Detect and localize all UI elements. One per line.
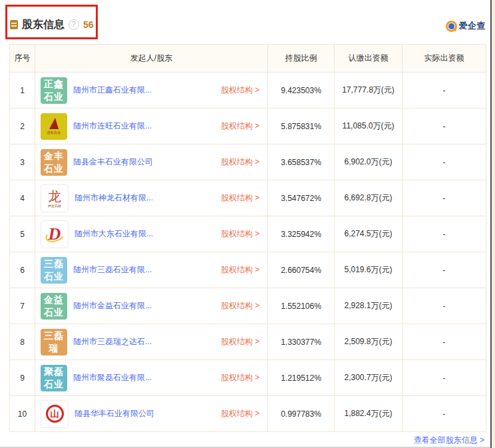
shareholder-wrap: 连旺石业随州市连旺石业有限...股权结构 >	[41, 113, 259, 140]
table-row: 6三磊石业随州市三磊石业有限...股权结构 >2.660754%5,019.6万…	[10, 252, 486, 288]
column-header-no: 序号	[10, 45, 35, 73]
row-number: 8	[10, 324, 35, 360]
column-header-shareholder: 发起人/股东	[35, 45, 268, 73]
avatar-text-line: 石业	[44, 91, 64, 103]
shareholder-name-link[interactable]: 随县金丰石业有限公司	[73, 156, 153, 168]
shareholder-logo: D	[41, 220, 69, 248]
shareholder-name-link[interactable]: 随州市三磊石业有限...	[73, 264, 152, 276]
shareholder-logo: 金益石业	[41, 293, 67, 320]
subscribed-capital: 2,928.1万(元)	[335, 288, 403, 324]
equity-structure-link[interactable]: 股权结构 >	[221, 408, 259, 419]
shareholding-ratio: 1.219512%	[268, 360, 335, 396]
avatar-text-line: 金丰	[44, 150, 64, 162]
aiqicha-logo: 爱企查	[446, 20, 486, 32]
row-number: 5	[10, 216, 35, 252]
shareholding-ratio: 3.547672%	[268, 180, 335, 216]
equity-structure-link[interactable]: 股权结构 >	[221, 300, 259, 312]
shareholder-name-link[interactable]: 随州市聚磊石业有限...	[73, 372, 152, 383]
shareholding-ratio: 1.552106%	[268, 288, 335, 324]
row-number: 3	[10, 144, 35, 180]
shareholder-wrap: 金丰石业随县金丰石业有限公司股权结构 >	[41, 149, 259, 176]
shareholder-logo: 三磊石业	[41, 257, 67, 284]
shareholder-cell: 金丰石业随县金丰石业有限公司股权结构 >	[35, 144, 268, 180]
column-header-ratio: 持股比例	[268, 45, 335, 73]
shareholder-wrap: 聚磊石业随州市聚磊石业有限...股权结构 >	[41, 365, 259, 391]
actual-capital: -	[403, 73, 486, 109]
shareholding-ratio: 9.423503%	[268, 73, 335, 109]
equity-structure-link[interactable]: 股权结构 >	[221, 120, 259, 132]
shareholder-wrap: D随州市大东石业有限...股权结构 >	[41, 220, 259, 248]
window-edge-strip	[490, 0, 495, 448]
avatar-text-line: 石业	[44, 270, 64, 282]
shareholder-cell: D随州市大东石业有限...股权结构 >	[35, 216, 268, 252]
equity-structure-link[interactable]: 股权结构 >	[221, 336, 259, 347]
actual-capital: -	[403, 216, 486, 252]
view-all-shareholders-link[interactable]: 查看全部股东信息 >	[414, 435, 484, 445]
shareholder-name-link[interactable]: 随州市大东石业有限...	[75, 228, 153, 240]
table-row: 3金丰石业随县金丰石业有限公司股权结构 >3.658537%6,902.0万(元…	[10, 144, 486, 180]
row-number: 10	[10, 396, 35, 432]
shareholder-name-link[interactable]: 随州市神龙石材有限...	[75, 192, 153, 204]
column-header-subscribed: 认缴出资额	[335, 45, 403, 73]
shareholder-cell: 金益石业随州市金益石业有限...股权结构 >	[35, 288, 268, 324]
row-number: 7	[10, 288, 35, 324]
table-row: 2连旺石业随州市连旺石业有限...股权结构 >5.875831%11,085.0…	[10, 109, 486, 144]
subscribed-capital: 11,085.0万(元)	[335, 109, 403, 144]
equity-structure-link[interactable]: 股权结构 >	[221, 192, 259, 204]
avatar-text-line: 石业	[44, 306, 64, 318]
shareholder-logo: 三磊瑞	[41, 329, 67, 355]
equity-structure-link[interactable]: 股权结构 >	[221, 264, 259, 276]
table-row: 8三磊瑞随州市三磊瑞之达石...股权结构 >1.330377%2,509.8万(…	[10, 324, 486, 360]
subscribed-capital: 1,882.4万(元)	[335, 396, 403, 432]
aiqicha-logo-text: 爱企查	[459, 20, 486, 32]
shareholder-cell: 龙神龙石材随州市神龙石材有限...股权结构 >	[35, 180, 268, 216]
row-number: 4	[10, 180, 35, 216]
equity-structure-link[interactable]: 股权结构 >	[221, 228, 259, 240]
table-footer: 查看全部股东信息 >	[414, 435, 484, 446]
shareholder-wrap: 金益石业随州市金益石业有限...股权结构 >	[41, 293, 259, 320]
row-number: 9	[10, 360, 35, 396]
shareholder-cell: 山随县华丰石业有限公司股权结构 >	[35, 396, 268, 432]
shareholder-name-link[interactable]: 随县华丰石业有限公司	[75, 408, 154, 419]
avatar-text-line: 正鑫	[44, 78, 64, 90]
aiqicha-q-icon	[446, 21, 457, 32]
dragon-icon: 龙	[48, 189, 61, 204]
row-number: 2	[10, 109, 35, 144]
red-annotation-box	[5, 5, 98, 39]
equity-structure-link[interactable]: 股权结构 >	[221, 85, 259, 96]
equity-structure-link[interactable]: 股权结构 >	[221, 156, 259, 168]
shareholder-name-link[interactable]: 随州市连旺石业有限...	[73, 120, 152, 132]
table-header-row: 序号 发起人/股东 持股比例 认缴出资额 实际出资额	[10, 45, 486, 73]
shareholder-logo: 正鑫石业	[41, 77, 67, 104]
shareholder-table-body: 1正鑫石业随州市正鑫石业有限...股权结构 >9.423503%17,777.8…	[10, 73, 486, 432]
actual-capital: -	[403, 324, 486, 360]
avatar-text-line: 石业	[44, 162, 64, 174]
equity-structure-link[interactable]: 股权结构 >	[221, 372, 259, 383]
shareholder-logo: 聚磊石业	[41, 365, 67, 391]
shareholding-ratio: 2.660754%	[268, 252, 335, 288]
shareholder-wrap: 龙神龙石材随州市神龙石材有限...股权结构 >	[41, 184, 259, 212]
actual-capital: -	[403, 288, 486, 324]
shareholding-ratio: 5.875831%	[268, 109, 335, 144]
shareholder-logo: 山	[41, 400, 69, 428]
shareholder-cell: 聚磊石业随州市聚磊石业有限...股权结构 >	[35, 360, 268, 396]
shareholder-name-link[interactable]: 随州市三磊瑞之达石...	[73, 336, 152, 347]
actual-capital: -	[403, 109, 486, 144]
actual-capital: -	[403, 396, 486, 432]
shareholding-ratio: 3.658537%	[268, 144, 335, 180]
actual-capital: -	[403, 180, 486, 216]
subscribed-capital: 2,300.7万(元)	[335, 360, 403, 396]
shareholder-logo: 金丰石业	[41, 149, 67, 176]
subscribed-capital: 2,509.8万(元)	[335, 324, 403, 360]
avatar-text-line: 石业	[44, 378, 64, 390]
table-row: 1正鑫石业随州市正鑫石业有限...股权结构 >9.423503%17,777.8…	[10, 73, 486, 109]
subscribed-capital: 17,777.8万(元)	[335, 73, 403, 109]
shareholder-name-link[interactable]: 随州市正鑫石业有限...	[73, 85, 152, 96]
table-row: 9聚磊石业随州市聚磊石业有限...股权结构 >1.219512%2,300.7万…	[10, 360, 486, 396]
shareholder-name-link[interactable]: 随州市金益石业有限...	[73, 300, 152, 312]
shareholder-cell: 三磊石业随州市三磊石业有限...股权结构 >	[35, 252, 268, 288]
actual-capital: -	[403, 252, 486, 288]
shareholder-wrap: 正鑫石业随州市正鑫石业有限...股权结构 >	[41, 77, 259, 104]
shareholder-wrap: 山随县华丰石业有限公司股权结构 >	[41, 400, 259, 428]
subscribed-capital: 6,902.0万(元)	[335, 144, 403, 180]
